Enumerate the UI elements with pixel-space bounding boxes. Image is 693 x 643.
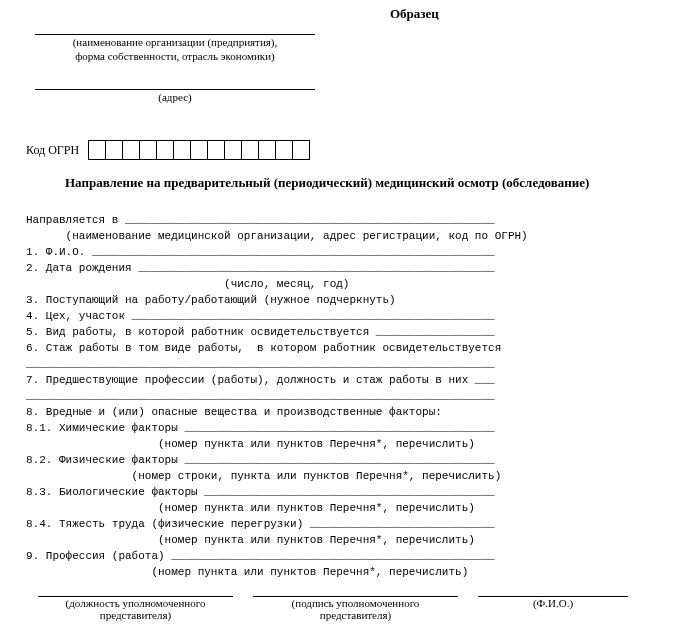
org-caption-1: (наименование организации (предприятия), <box>35 36 315 49</box>
sample-label: Образец <box>390 6 439 22</box>
address-line <box>35 75 315 90</box>
org-header-block: (наименование организации (предприятия),… <box>35 20 315 115</box>
footer-cap-sign-2: представителя) <box>253 609 458 621</box>
ogrn-cell <box>105 140 123 160</box>
form-body: Направляется в _________________________… <box>26 212 586 580</box>
footer-cap-sign-1: (подпись уполномоченного <box>253 597 458 609</box>
footer-col-fio: (Ф.И.О.) <box>478 582 628 621</box>
ogrn-cell <box>241 140 259 160</box>
address-caption: (адрес) <box>35 91 315 104</box>
ogrn-row: Код ОГРН <box>26 140 310 160</box>
ogrn-cell <box>139 140 157 160</box>
ogrn-cell <box>190 140 208 160</box>
ogrn-cell <box>88 140 106 160</box>
footer-col-signature: (подпись уполномоченного представителя) <box>253 582 458 621</box>
ogrn-cell <box>258 140 276 160</box>
signature-line-position <box>38 582 233 597</box>
org-caption-2: форма собственности, отрасль экономики) <box>35 50 315 63</box>
ogrn-cell <box>292 140 310 160</box>
ogrn-label: Код ОГРН <box>26 143 79 158</box>
ogrn-cell <box>156 140 174 160</box>
org-name-line <box>35 20 315 35</box>
footer-cap-position-1: (должность уполномоченного <box>38 597 233 609</box>
footer-col-position: (должность уполномоченного представителя… <box>38 582 233 621</box>
ogrn-cell <box>122 140 140 160</box>
ogrn-boxes <box>89 140 310 160</box>
signature-line-sign <box>253 582 458 597</box>
document-title: Направление на предварительный (периодич… <box>65 175 589 191</box>
ogrn-cell <box>224 140 242 160</box>
ogrn-cell <box>207 140 225 160</box>
ogrn-cell <box>173 140 191 160</box>
ogrn-cell <box>275 140 293 160</box>
signature-line-fio <box>478 582 628 597</box>
footer-block: (должность уполномоченного представителя… <box>38 582 668 621</box>
footer-cap-fio: (Ф.И.О.) <box>478 597 628 609</box>
footer-cap-position-2: представителя) <box>38 609 233 621</box>
